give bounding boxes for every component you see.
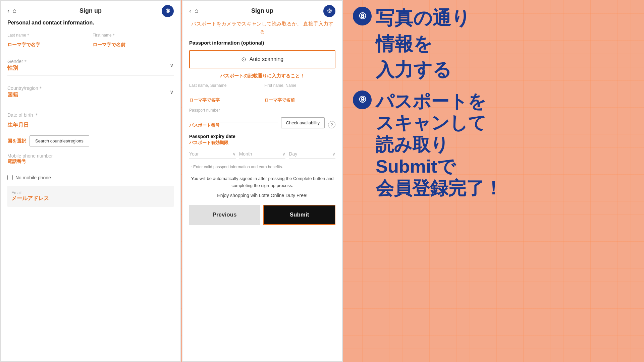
middle-step-badge: ⑨	[323, 5, 335, 17]
left-panel: ‹ ⌂ Sign up ⑧ Personal and contact infor…	[0, 0, 181, 362]
passport-last-name-hint: ローマ字で名字	[189, 97, 260, 103]
expiry-hint: パスポート有効期限	[189, 140, 335, 146]
passport-number-row: Passport number パスポート番号 Check availabili…	[189, 108, 335, 128]
country-select[interactable]: Country/region＊ 国籍 ∨	[7, 82, 174, 102]
left-section-title: Personal and contact information.	[7, 20, 174, 26]
passport-title: Passport information (optional)	[189, 40, 335, 46]
month-label: Month	[239, 151, 252, 157]
phone-section: Mobile phone number 電話番号	[7, 150, 174, 168]
month-chevron: ∨	[282, 151, 285, 157]
first-name-hint: ローマ字で名前	[93, 42, 125, 48]
entry-note: パスポートの記載通りに入力すること！	[189, 73, 335, 79]
passport-number-input[interactable]	[189, 113, 278, 122]
passport-number-hint: パスポート番号	[189, 122, 278, 128]
gender-section: Gender＊ 性別 ∨	[7, 55, 174, 75]
left-nav-bar: ‹ ⌂ Sign up ⑧	[7, 7, 174, 14]
right-title-9-line1: パスポートを	[376, 90, 502, 112]
email-label: Email	[11, 190, 170, 195]
home-icon[interactable]: ⌂	[13, 7, 16, 14]
bottom-buttons: Previous Submit	[189, 205, 335, 225]
right-title-8-line1: 写真の通り	[376, 7, 470, 29]
middle-nav-bar: ‹ ⌂ Sign up ⑨	[189, 7, 335, 14]
gender-chevron: ∨	[170, 62, 174, 68]
auto-signin-note: You will be automatically signed in afte…	[189, 175, 335, 189]
day-label: Day	[289, 151, 297, 157]
middle-nav-icons: ‹ ⌂	[189, 7, 198, 14]
first-name-field: First name＊ ローマ字で名前	[93, 33, 174, 49]
left-page-title: Sign up	[79, 7, 102, 14]
no-phone-checkbox[interactable]	[7, 175, 13, 180]
passport-number-label: Passport number	[189, 108, 278, 113]
last-name-field: Last name＊ ローマ字で名字	[7, 33, 89, 49]
passport-name-row: Last name, Surname ローマ字で名字 First name, N…	[189, 83, 335, 103]
right-section-8: ⑧ 写真の通り 情報を 入力する	[353, 7, 470, 84]
gender-select[interactable]: Gender＊ 性別 ∨	[7, 55, 174, 75]
middle-panel: ‹ ⌂ Sign up ⑨ パスポートをカメラでスキャンして読み取るか、 直接手…	[182, 0, 343, 362]
right-title-8-line2: 情報を	[376, 33, 470, 55]
right-title-9-line3: 読み取り	[376, 134, 502, 156]
day-select[interactable]: Day ∨	[289, 149, 335, 159]
country-chevron: ∨	[170, 89, 174, 95]
scan-note: パスポートをカメラでスキャンして読み取るか、 直接手入力する	[189, 20, 335, 36]
last-name-label: Last name＊	[7, 33, 89, 38]
auto-scan-label: Auto scanning	[250, 56, 283, 62]
month-select[interactable]: Month ∨	[239, 149, 286, 159]
middle-back-icon[interactable]: ‹	[189, 7, 191, 14]
last-name-hint: ローマ字で名字	[7, 42, 40, 48]
date-row: Year ∨ Month ∨ Day ∨	[189, 149, 335, 159]
dob-hint: 生年月日	[7, 122, 174, 129]
passport-last-name-field: Last name, Surname ローマ字で名字	[189, 83, 260, 103]
no-phone-row: No mobile phone	[7, 175, 174, 180]
day-chevron: ∨	[332, 151, 335, 157]
no-phone-label: No mobile phone	[15, 175, 51, 180]
right-title-8-line3: 入力する	[376, 58, 470, 81]
left-step-badge: ⑧	[162, 5, 174, 17]
gender-label: Gender＊	[7, 59, 28, 65]
first-name-label: First name＊	[93, 33, 174, 38]
dob-section: Date of birth ＊ 生年月日	[7, 109, 174, 129]
gender-hint: 性別	[7, 65, 28, 72]
phone-field: Mobile phone number 電話番号	[7, 150, 174, 168]
dob-select[interactable]: Date of birth ＊	[7, 109, 174, 122]
right-title-9-line4: Submitで	[376, 156, 502, 177]
left-nav-icons: ‹ ⌂	[7, 7, 16, 14]
back-icon[interactable]: ‹	[7, 7, 9, 14]
middle-home-icon[interactable]: ⌂	[195, 7, 198, 14]
expiry-label: Passport expiry date	[189, 134, 335, 139]
passport-first-name-hint: ローマ字で名前	[264, 97, 335, 103]
phone-hint: 電話番号	[7, 159, 53, 165]
previous-button[interactable]: Previous	[189, 205, 260, 225]
email-hint: メールアドレス	[11, 195, 170, 202]
passport-first-name-label: First name, Name	[264, 83, 335, 88]
search-countries-button[interactable]: Search countries/regions	[30, 135, 89, 146]
passport-last-name-input[interactable]	[189, 88, 260, 97]
right-panel: ⑧ 写真の通り 情報を 入力する ⑨ パスポートを スキャンして 読み取り Su…	[343, 0, 644, 362]
year-label: Year	[189, 151, 199, 157]
country-label: Country/region＊	[7, 85, 43, 92]
enjoy-note: Enjoy shopping wih Lotte Online Duty Fre…	[189, 193, 335, 198]
passport-first-name-input[interactable]	[264, 88, 335, 97]
check-availability-button[interactable]: Check availability	[281, 117, 325, 128]
phone-label: Mobile phone number	[7, 153, 53, 159]
year-chevron: ∨	[232, 151, 236, 157]
submit-button[interactable]: Submit	[263, 205, 335, 225]
passport-first-name-field: First name, Name ローマ字で名前	[264, 83, 335, 103]
year-select[interactable]: Year ∨	[189, 149, 236, 159]
right-title-9-line2: スキャンして	[376, 112, 502, 134]
name-row: Last name＊ ローマ字で名字 First name＊ ローマ字で名前	[7, 33, 174, 49]
passport-number-field: Passport number パスポート番号	[189, 108, 278, 128]
search-countries-row: 国を選択 Search countries/regions	[7, 135, 174, 146]
scan-icon: ⊙	[241, 56, 246, 63]
right-badge-8: ⑧	[353, 7, 372, 25]
right-title-9-line5: 会員登録完了！	[376, 177, 502, 199]
right-badge-9: ⑨	[353, 90, 372, 109]
dob-label: Date of birth ＊	[7, 112, 39, 118]
email-field-box[interactable]: Email メールアドレス	[7, 186, 174, 207]
earn-note: ・Enter valid passport information and ea…	[189, 164, 335, 170]
auto-scan-button[interactable]: ⊙ Auto scanning	[189, 50, 335, 68]
country-section: Country/region＊ 国籍 ∨	[7, 82, 174, 102]
right-section-9: ⑨ パスポートを スキャンして 読み取り Submitで 会員登録完了！	[353, 90, 502, 199]
country-select-hint: 国を選択	[7, 138, 26, 144]
info-icon[interactable]: ?	[328, 121, 335, 128]
passport-last-name-label: Last name, Surname	[189, 83, 260, 88]
